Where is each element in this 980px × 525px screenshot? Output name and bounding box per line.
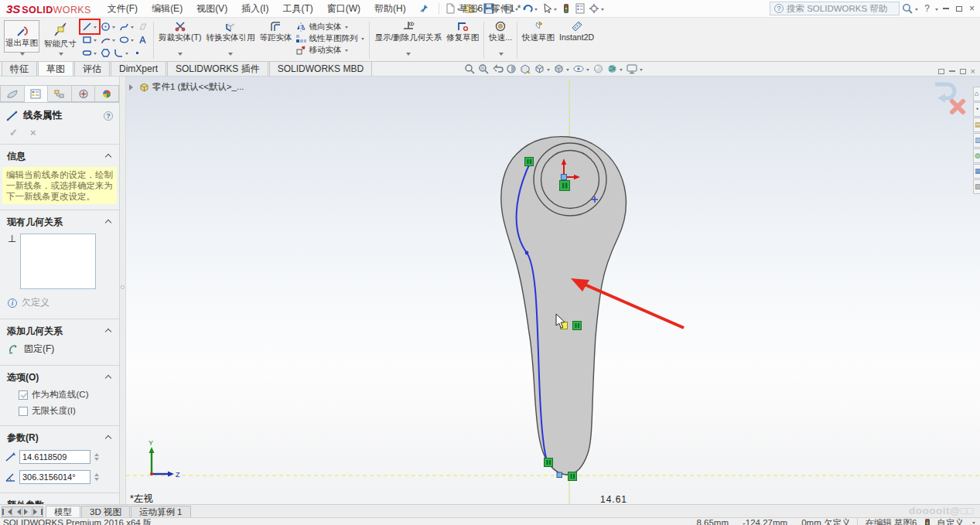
print-button[interactable]: [501, 0, 521, 17]
dropdown-arrow-icon[interactable]: [112, 26, 115, 30]
configuration-manager-tab[interactable]: [48, 85, 72, 102]
ok-button[interactable]: ✓: [9, 127, 18, 138]
tab-dimxpert[interactable]: DimXpert: [111, 61, 166, 76]
plane-tool-button[interactable]: [136, 20, 149, 33]
property-manager-tab[interactable]: [25, 85, 49, 102]
existing-relations-header[interactable]: 现有几何关系: [0, 210, 119, 231]
zoom-to-area-icon[interactable]: [478, 63, 490, 74]
length-dimension-label[interactable]: 14.61: [600, 494, 627, 504]
dropdown-arrow-icon[interactable]: [640, 69, 643, 73]
fix-relation-button[interactable]: 固定(F): [0, 340, 119, 363]
construction-checkbox[interactable]: [19, 390, 28, 400]
add-relations-header[interactable]: 添加几何关系: [0, 319, 119, 340]
relations-listbox[interactable]: [20, 234, 96, 289]
relation-marker[interactable]: [569, 472, 577, 481]
offset-entities-button[interactable]: 等距实体: [257, 19, 294, 61]
infinite-length-option[interactable]: 无限长度(I): [0, 403, 119, 423]
rebuild-button[interactable]: [559, 0, 573, 17]
dropdown-arrow-icon[interactable]: [534, 9, 538, 12]
dropdown-arrow-icon[interactable]: [112, 39, 115, 43]
angle-spinner[interactable]: [94, 471, 99, 483]
breadcrumb[interactable]: 零件1 (默认<<默认>_...: [129, 81, 244, 93]
length-spinner[interactable]: [94, 451, 99, 463]
text-tool-button[interactable]: [136, 33, 149, 46]
polygon-tool-button[interactable]: [99, 46, 112, 60]
3d-views-tab[interactable]: 3D 视图: [81, 506, 130, 517]
instant2d-button[interactable]: Instant2D: [557, 19, 596, 61]
edit-appearance-button[interactable]: [592, 63, 604, 74]
relation-marker[interactable]: [545, 459, 553, 467]
point-tool-button[interactable]: [131, 46, 144, 60]
menu-tools[interactable]: 工具(T): [275, 0, 319, 18]
apply-scene-button[interactable]: [606, 63, 623, 74]
cancel-sketch-icon[interactable]: [952, 101, 963, 112]
graphics-viewport[interactable]: Y Z 14.61 *左视 零件1 (默认<<默认>_... ⌂ ◔ ▤ ▥ ◍: [126, 77, 980, 504]
flyout-tree-arrow-icon[interactable]: [129, 84, 136, 90]
design-library-icon[interactable]: ▤: [973, 118, 980, 132]
parameters-section-header[interactable]: 参数(R): [0, 426, 119, 447]
home-icon[interactable]: ⌂: [973, 87, 980, 101]
scroll-prev-button[interactable]: [12, 507, 22, 516]
convert-entities-button[interactable]: 转换实体引用: [203, 19, 257, 61]
spline-tool-button[interactable]: [118, 20, 136, 33]
dropdown-arrow-icon[interactable]: [20, 53, 25, 58]
bottom-endpoint[interactable]: [557, 472, 562, 478]
dropdown-arrow-icon[interactable]: [566, 69, 569, 73]
menu-file[interactable]: 文件(F): [101, 0, 145, 18]
doc-restore-icon[interactable]: [938, 69, 944, 74]
dropdown-arrow-icon[interactable]: [554, 9, 557, 12]
cancel-button[interactable]: ×: [30, 127, 36, 138]
scroll-next-button[interactable]: [22, 507, 32, 516]
feature-manager-tab[interactable]: [0, 85, 25, 102]
close-button[interactable]: ×: [965, 2, 978, 15]
doc-minimize-icon[interactable]: [949, 70, 955, 72]
dropdown-arrow-icon[interactable]: [94, 26, 97, 30]
search-button[interactable]: [900, 0, 920, 17]
dropdown-arrow-icon[interactable]: [125, 53, 128, 56]
repair-sketch-button[interactable]: 修复草图: [444, 19, 481, 61]
relation-marker[interactable]: [525, 158, 534, 166]
dropdown-arrow-icon[interactable]: [361, 38, 364, 42]
panel-help-icon[interactable]: ?: [104, 111, 113, 121]
linear-pattern-button[interactable]: 线性草图阵列: [295, 32, 365, 44]
display-delete-relations-button[interactable]: 显示/删除几何关系: [372, 19, 444, 61]
rapid-sketch-button[interactable]: 快速草图: [520, 19, 557, 61]
dropdown-arrow-icon[interactable]: [547, 69, 550, 73]
rectangle-tool-button[interactable]: [80, 33, 99, 46]
menu-view[interactable]: 视图(V): [190, 0, 234, 18]
custom-properties-icon[interactable]: ▧: [973, 179, 980, 194]
file-explorer-icon[interactable]: ▥: [973, 133, 980, 148]
circle-tool-button[interactable]: [99, 20, 118, 33]
dropdown-arrow-icon[interactable]: [178, 53, 183, 58]
splitter-knob[interactable]: [121, 285, 125, 289]
line-tool-button[interactable]: [80, 20, 99, 33]
help-menu-button[interactable]: ?: [920, 2, 934, 15]
construction-line-option[interactable]: 作为构造线(C): [0, 387, 119, 403]
tab-mbd[interactable]: SOLIDWORKS MBD: [269, 61, 372, 76]
exit-sketch-corner-arrowhead[interactable]: [937, 94, 945, 103]
annotation-view-icon[interactable]: [520, 63, 531, 74]
dropdown-arrow-icon[interactable]: [935, 9, 938, 12]
dropdown-arrow-icon[interactable]: [499, 53, 504, 58]
select-button[interactable]: [540, 0, 559, 17]
dropdown-arrow-icon[interactable]: [476, 9, 480, 12]
menu-window[interactable]: 窗口(W): [320, 0, 367, 18]
length-input[interactable]: 14.6118509: [19, 450, 90, 464]
search-input[interactable]: ? 搜索 SOLIDWORKS 帮助: [770, 2, 900, 15]
dropdown-arrow-icon[interactable]: [406, 53, 411, 58]
dropdown-arrow-icon[interactable]: [972, 522, 975, 525]
menu-edit[interactable]: 编辑(E): [145, 0, 190, 18]
section-view-icon[interactable]: [506, 63, 517, 74]
tab-evaluate[interactable]: 评估: [74, 61, 110, 76]
ellipse-tool-button[interactable]: [118, 33, 136, 46]
move-entities-button[interactable]: 移动实体: [295, 44, 365, 56]
panel-splitter[interactable]: [120, 77, 126, 504]
minimize-button[interactable]: [939, 2, 952, 15]
scroll-first-button[interactable]: [2, 507, 12, 516]
dropdown-arrow-icon[interactable]: [601, 9, 604, 12]
dropdown-arrow-icon[interactable]: [620, 69, 623, 73]
trim-entities-button[interactable]: 剪裁实体(T): [156, 19, 203, 61]
dropdown-arrow-icon[interactable]: [586, 69, 589, 73]
relation-marker[interactable]: [573, 322, 582, 330]
display-style-button[interactable]: [553, 63, 570, 74]
